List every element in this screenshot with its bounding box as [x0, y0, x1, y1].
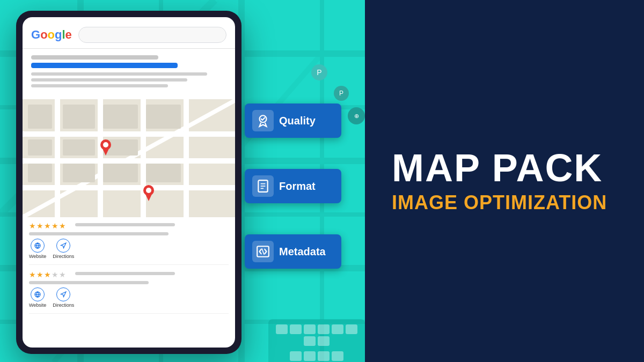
directions-label-2: Directions [53, 302, 74, 308]
svg-rect-30 [103, 164, 138, 182]
right-panel: MAP PACK IMAGE OPTIMIZATION [365, 0, 644, 362]
search-bar[interactable] [78, 27, 226, 43]
stars-2: ★★★★★ [29, 270, 72, 279]
result-lines [31, 72, 226, 87]
format-icon [252, 175, 274, 197]
svg-rect-17 [98, 99, 103, 217]
svg-rect-28 [28, 164, 52, 182]
website-label-1: Website [29, 254, 46, 259]
listing-item-2: ★★★★★ [29, 270, 229, 314]
result-line-1 [31, 55, 158, 60]
website-icon-2 [31, 287, 45, 301]
svg-line-50 [262, 249, 264, 254]
svg-rect-23 [103, 105, 138, 129]
format-badge: Format [245, 169, 341, 203]
svg-rect-29 [63, 164, 95, 182]
website-icon-1 [31, 239, 45, 253]
svg-rect-15 [23, 185, 235, 190]
metadata-badge: Metadata [245, 234, 341, 269]
svg-rect-22 [63, 105, 95, 129]
main-title-line1: MAP PACK [392, 149, 603, 187]
phone-mockup: Google [16, 11, 241, 354]
directions-btn-2[interactable]: Directions [53, 287, 74, 308]
bg-location-icon-2: P [334, 86, 349, 101]
bg-keyboard [268, 319, 365, 362]
google-logo: Google [31, 28, 72, 42]
main-title-line2: IMAGE OPTIMIZATION [392, 191, 607, 214]
svg-rect-18 [141, 99, 146, 217]
svg-rect-31 [146, 164, 181, 182]
results-area [23, 49, 235, 99]
map-section [23, 99, 235, 217]
bg-location-icon-3: ⊕ [348, 107, 365, 124]
svg-rect-21 [28, 105, 52, 129]
svg-point-37 [146, 188, 151, 193]
directions-btn-1[interactable]: Directions [53, 239, 74, 259]
result-line-blue [31, 63, 178, 68]
quality-badge: Quality [245, 104, 341, 138]
phone-frame: Google [16, 11, 241, 354]
quality-icon [252, 110, 274, 131]
website-btn-2[interactable]: Website [29, 287, 46, 308]
listing-area: ★★★★★ [23, 217, 235, 323]
website-btn-1[interactable]: Website [29, 239, 46, 259]
website-label-2: Website [29, 302, 46, 308]
format-label: Format [279, 180, 316, 193]
listing-item-1: ★★★★★ [29, 221, 229, 265]
stars-1: ★★★★★ [29, 221, 72, 230]
map-roads-svg [23, 99, 235, 217]
quality-label: Quality [279, 115, 316, 127]
svg-rect-26 [63, 139, 95, 156]
phone-screen: Google [23, 17, 235, 348]
metadata-icon [252, 241, 274, 262]
svg-marker-40 [61, 243, 67, 248]
directions-icon-2 [56, 287, 70, 301]
svg-rect-13 [23, 131, 235, 137]
bg-location-icon-1: P [311, 64, 327, 80]
directions-label-1: Directions [53, 254, 74, 259]
svg-point-34 [103, 142, 108, 147]
svg-rect-25 [28, 139, 52, 156]
svg-marker-43 [61, 292, 67, 297]
svg-rect-19 [184, 99, 189, 217]
metadata-label: Metadata [279, 246, 326, 258]
map-bg [23, 99, 235, 217]
google-header: Google [23, 17, 235, 49]
directions-icon-1 [56, 239, 70, 253]
svg-rect-24 [146, 105, 181, 129]
